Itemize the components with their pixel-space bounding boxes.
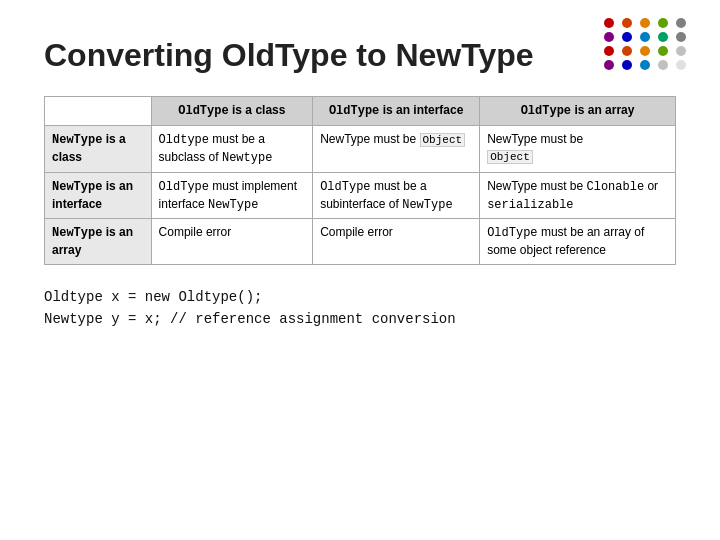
decoration-dot [676,46,686,56]
decoration-dot [658,60,668,70]
table-header-array: OldType is an array [480,97,676,126]
table-cell: Oldtype must be a subclass of Newtype [151,126,313,173]
table-row: NewType is a classOldtype must be a subc… [45,126,676,173]
decoration-dot [640,32,650,42]
decoration-dot [604,18,614,28]
decoration-dot [622,46,632,56]
table-cell: NewType must be Object [313,126,480,173]
decoration-dot [658,46,668,56]
decoration-dot [640,60,650,70]
decoration-dot [604,46,614,56]
decoration-dot [604,32,614,42]
table-cell: NewType must be Clonable or serializable [480,172,676,219]
conversion-table: OldType is a class OldType is an interfa… [44,96,676,265]
table-row: NewType is an arrayCompile errorCompile … [45,219,676,265]
table-cell: OldType must implement interface NewType [151,172,313,219]
table-header-class: OldType is a class [151,97,313,126]
code-line-1: Oldtype x = new Oldtype(); [44,289,676,305]
code-line-2: Newtype y = x; // reference assignment c… [44,311,676,327]
slide: Converting OldType to NewType OldType is… [0,0,720,540]
table-header-empty [45,97,152,126]
slide-title: Converting OldType to NewType [44,36,676,74]
decoration-dot [676,18,686,28]
decoration-dot [604,60,614,70]
decoration-dot [658,18,668,28]
table-cell: OldType must be an array of some object … [480,219,676,265]
table-cell: Compile error [151,219,313,265]
decoration-dot [658,32,668,42]
table-row: NewType is an interfaceOldType must impl… [45,172,676,219]
table-cell: NewType must beObject [480,126,676,173]
row-header: NewType is an array [45,219,152,265]
decoration-dot [622,18,632,28]
decoration-dot [640,18,650,28]
table-cell: Compile error [313,219,480,265]
code-block: Oldtype x = new Oldtype(); Newtype y = x… [44,289,676,327]
decoration-dot [676,32,686,42]
row-header: NewType is a class [45,126,152,173]
table-cell: OldType must be a subinterface of NewTyp… [313,172,480,219]
decoration-dot [676,60,686,70]
table-header-interface: OldType is an interface [313,97,480,126]
row-header: NewType is an interface [45,172,152,219]
decoration-dot [640,46,650,56]
decoration-dot [622,32,632,42]
dots-decoration [604,18,690,70]
decoration-dot [622,60,632,70]
